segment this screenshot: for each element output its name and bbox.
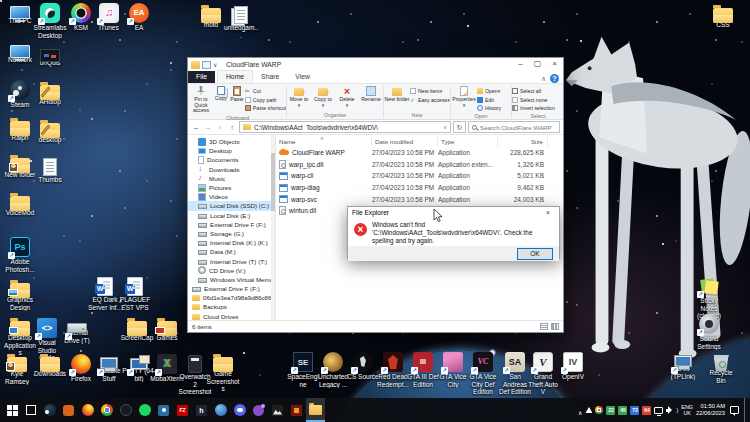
quick-access-toolbar-icon[interactable] [202,61,211,69]
sidebar-item-local-disk-c[interactable]: Local Disk (SSD) (C:) [188,201,275,210]
sidebar-item-downloads[interactable]: Downloads [188,165,275,174]
copy-button[interactable]: Copy [213,85,229,114]
column-size[interactable]: Size [498,137,548,146]
sidebar-item-internal-disk-k[interactable]: Internal Disk (K:) (K:) [188,238,275,247]
ok-button[interactable]: OK [517,248,553,260]
edit-button[interactable]: Edit [477,95,501,103]
paste-button[interactable]: Paste [229,85,245,114]
sidebar-item-desktop[interactable]: Desktop [188,146,275,155]
desktop-icon-eq-dark-doc[interactable]: EQ Dark Server Inf... [88,276,122,311]
desktop-icon-kyle-ramsey[interactable]: Kyle Ramsey [0,354,34,385]
file-row[interactable]: CloudFlare WARP 27/04/2023 10:58 PMAppli… [276,147,563,159]
sidebar-item-cloud-drives[interactable]: Cloud Drives [188,312,275,320]
tab-share[interactable]: Share [253,71,287,83]
close-button[interactable]: × [546,58,563,71]
pin-to-quick-access-button[interactable]: Pin to Quick access [189,85,213,114]
dialog-title-bar[interactable]: File Explorer × [348,207,559,218]
minimize-button[interactable]: – [512,58,529,71]
list-view-icon[interactable] [540,323,548,330]
move-to-button[interactable]: Move to [287,85,311,111]
desktop-icon-thumbs[interactable]: Thumbs [33,157,67,184]
desktop-icon-gtav[interactable]: Grand Theft Auto V [526,352,560,396]
delete-button[interactable]: Delete [335,85,359,111]
desktop-icon-internal-drive-t[interactable]: Internal Drive (T) [60,318,94,344]
desktop-icon-website-stuff[interactable]: Website Stuff [92,354,126,382]
new-folder-button[interactable]: New folder [384,85,410,111]
desktop-icon-spaceengine[interactable]: SpaceEngine [286,352,320,388]
file-row[interactable]: warp-diag 27/04/2023 10:58 PMApplication… [276,182,563,194]
action-center-icon[interactable] [730,406,739,414]
desktop-icon-css[interactable]: CSS [706,5,740,29]
dialog-close-icon[interactable]: × [541,209,555,216]
easy-access-button[interactable]: Easy access [410,95,450,103]
volume-icon[interactable] [666,406,675,414]
desktop-icon-plaguefest-doc[interactable]: PLAGUEFEST VPS [118,276,152,311]
desktop-icon-openiv[interactable]: OpenIV [556,352,590,381]
file-row[interactable]: warp-svc 27/04/2023 10:58 PMApplication2… [276,193,563,205]
taskbar-firefox[interactable] [78,398,97,422]
desktop-icon-unitedgam[interactable]: unitedgam... [224,5,258,39]
maximize-button[interactable]: ▢ [529,58,546,71]
collapse-ribbon-icon[interactable] [541,75,546,83]
up-button[interactable]: ↑ [227,123,237,132]
tab-home[interactable]: Home [217,70,253,83]
search-input[interactable]: Search CloudFlare WARP [468,121,560,133]
thumbnail-view-icon[interactable] [551,323,559,330]
address-dropdown-icon[interactable]: ∨ [443,124,447,130]
paste-shortcut-button[interactable]: Paste shortcut [245,104,286,112]
sidebar-item-backups[interactable]: Backups [188,302,275,311]
desktop-icon-ea[interactable]: EA [122,3,156,32]
desktop-icon-recycle-bin[interactable]: Recycle Bin [704,352,738,384]
taskbar-discord[interactable] [230,398,249,422]
desktop-icon-graphics-design[interactable]: Graphics Design [3,280,37,311]
recent-locations-icon[interactable]: ∨ [215,124,225,130]
desktop-icon-desktop-folder[interactable]: desktop [33,120,67,144]
desktop-icon-ralph[interactable]: Ralph [3,118,37,142]
clock[interactable]: 01:50 AM22/06/2023 [696,403,725,417]
desktop-icon-itunes[interactable]: iTunes [92,3,126,32]
copy-path-button[interactable]: Copy path [245,95,286,103]
desktop-icon-new-folder[interactable]: New folder [3,155,37,179]
sidebar-item-external-drive-f[interactable]: External Drive F (F:) [188,220,275,229]
desktop-icon-voicemod[interactable]: VoiceMod [3,193,37,217]
column-date-modified[interactable]: Date modified [372,137,438,146]
tray-app-icon[interactable] [585,407,592,413]
temp-badge[interactable]: 64 [642,406,651,415]
temp-badge[interactable]: 45 [618,406,627,415]
invert-selection-button[interactable]: Invert selection [512,104,555,112]
desktop-icon-red-dead[interactable]: Red Dead Redempt... [376,352,410,388]
taskbar-spaceengine[interactable] [116,398,135,422]
properties-button[interactable]: Properties [451,85,477,112]
desktop-icon-downloads[interactable]: Downloads [33,354,67,378]
open-button[interactable]: Open [477,87,501,95]
cut-button[interactable]: Cut [245,87,286,95]
sidebar-item-external-drive-f-section[interactable]: External Drive F (F:) [188,284,275,293]
desktop-icon-sticky-notes[interactable]: Sticky Notes (classic) [692,276,726,320]
desktop-icon-game-screenshots[interactable]: Game Screenshots [206,354,240,393]
sidebar-item-virtual-memory[interactable]: Windows Virtual Memory ( [188,275,275,284]
desktop-icon-gta-vice-city[interactable]: GTA Vice City [436,352,470,388]
help-icon[interactable]: ? [550,74,559,83]
taskbar-photos[interactable] [268,398,287,422]
start-button[interactable] [2,398,21,422]
copy-to-button[interactable]: Copy to [311,85,335,111]
desktop-icon-sound-settings[interactable]: Sound Settings [692,314,726,350]
refresh-icon[interactable]: ↻ [453,121,466,133]
sidebar-item-music[interactable]: Music [188,174,275,183]
desktop-icon-games[interactable]: Games [150,318,184,342]
desktop-icon-motd[interactable]: motd [194,5,228,29]
select-all-button[interactable]: Select all [512,87,555,95]
desktop-icon-photoshop[interactable]: Adobe Photosh... [3,237,37,273]
desktop-icon-uncharted[interactable]: Uncharted Legacy ... [316,352,350,388]
desktop-icon-vc-def-edition[interactable]: GTA Vice City Def Edition [466,352,500,396]
desktop-icon-gta3[interactable]: GTA III Def Edition [406,352,440,388]
sidebar-item-cd-drive-v[interactable]: CD Drive (V:) [188,266,275,275]
tab-file[interactable]: File [188,71,215,83]
file-row[interactable]: warp_ipc.dll 27/04/2023 10:58 PMApplicat… [276,159,563,171]
sidebar-item-hash-folder[interactable]: 06d1e3ea7d98a9d86c8652fe [188,293,275,302]
taskbar-game-app[interactable] [287,398,306,422]
back-button[interactable]: ← [191,123,201,132]
desktop-icon-this-pc[interactable]: This PC [3,3,37,25]
rename-button[interactable]: Rename [359,85,383,111]
taskbar-file-explorer[interactable] [306,398,325,422]
